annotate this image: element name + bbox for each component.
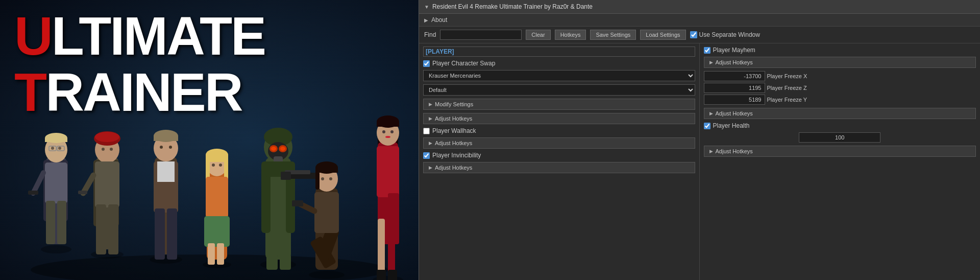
adjust-hotkeys-3-button[interactable]: ▶ Adjust Hotkeys: [423, 162, 695, 173]
adjust-hotkeys-2-button[interactable]: ▶ Adjust Hotkeys: [423, 137, 695, 149]
characters-svg: [0, 14, 419, 280]
adjust-hotkeys-1-button[interactable]: ▶ Adjust Hotkeys: [423, 113, 695, 124]
svg-rect-15: [57, 201, 66, 244]
adjust-hotkeys-4-arrow-icon: ▶: [709, 60, 713, 65]
about-bar[interactable]: ▶ About: [419, 14, 980, 27]
adjust-hotkeys-2-label: Adjust Hotkeys: [435, 140, 472, 146]
freeze-y-input[interactable]: [704, 95, 765, 105]
svg-line-16: [33, 173, 43, 193]
outfit-dropdown-row: Default Outfit 1 Outfit 2: [423, 84, 695, 96]
svg-rect-13: [45, 162, 67, 203]
find-input[interactable]: [440, 30, 522, 40]
trainer-panel: ▼ Resident Evil 4 Remake Ultimate Traine…: [419, 0, 980, 280]
player-wallhack-label: Player Wallhack: [432, 127, 476, 134]
svg-rect-14: [46, 201, 55, 244]
adjust-hotkeys-3-label: Adjust Hotkeys: [435, 165, 472, 171]
svg-point-74: [309, 271, 345, 279]
svg-point-38: [169, 146, 172, 149]
title-bar: ▼ Resident Evil 4 Remake Ultimate Traine…: [419, 0, 980, 14]
svg-point-24: [95, 132, 119, 142]
player-invincibility-checkbox[interactable]: Player Invincibility: [423, 152, 695, 159]
player-health-label: Player Health: [713, 122, 750, 129]
separate-window-checkbox[interactable]: [690, 31, 697, 38]
svg-point-82: [321, 177, 324, 180]
player-char-swap-checkbox[interactable]: Player Character Swap: [423, 60, 695, 67]
freeze-z-input[interactable]: [704, 83, 765, 93]
svg-rect-36: [154, 136, 178, 141]
svg-point-65: [271, 147, 276, 151]
save-settings-button[interactable]: Save Settings: [590, 30, 636, 40]
hotkeys-button[interactable]: Hotkeys: [555, 30, 586, 40]
left-column: [PLAYER] Player Character Swap Krauser M…: [419, 43, 700, 280]
outfit-dropdown[interactable]: Default Outfit 1 Outfit 2: [423, 84, 695, 96]
svg-rect-101: [377, 270, 386, 280]
adjust-hotkeys-1-arrow-icon: ▶: [429, 116, 432, 121]
svg-point-95: [390, 130, 394, 133]
adjust-hotkeys-5-button[interactable]: ▶ Adjust Hotkeys: [704, 108, 976, 119]
player-mayhem-checkbox[interactable]: Player Mayhem: [704, 46, 976, 54]
svg-rect-31: [78, 191, 87, 194]
game-art-panel: ULTIMATE TRAINER: [0, 0, 419, 280]
freeze-y-label: Player Freeze Y: [767, 97, 807, 103]
svg-rect-52: [206, 177, 228, 218]
title-arrow-icon: ▼: [424, 4, 429, 10]
adjust-hotkeys-5-arrow-icon: ▶: [709, 111, 713, 116]
char-dropdown-row: Krauser Mercenaries Leon Ashley Ada Krau…: [423, 70, 695, 81]
freeze-grid: Player Freeze X Player Freeze Z Player F…: [704, 71, 976, 105]
svg-rect-42: [167, 208, 177, 260]
svg-rect-53: [204, 216, 230, 247]
player-wallhack-input[interactable]: [423, 128, 430, 134]
health-value-row: [704, 132, 976, 143]
svg-rect-41: [155, 208, 165, 260]
adjust-hotkeys-1-label: Adjust Hotkeys: [435, 115, 472, 122]
svg-rect-29: [108, 204, 118, 254]
player-char-swap-input[interactable]: [423, 60, 430, 67]
svg-rect-54: [208, 243, 215, 265]
freeze-row-y: Player Freeze Y: [704, 95, 976, 105]
section-header: [PLAYER]: [423, 46, 695, 57]
player-wallhack-checkbox[interactable]: Player Wallhack: [423, 127, 695, 134]
player-health-checkbox[interactable]: Player Health: [704, 122, 976, 129]
svg-point-66: [280, 147, 285, 151]
separate-window-checkbox-wrap[interactable]: Use Separate Window: [690, 31, 760, 38]
adjust-hotkeys-4-button[interactable]: ▶ Adjust Hotkeys: [704, 57, 976, 68]
adjust-hotkeys-6-button[interactable]: ▶ Adjust Hotkeys: [704, 146, 976, 157]
char-dropdown[interactable]: Krauser Mercenaries Leon Ashley Ada Krau…: [423, 70, 695, 81]
title-bar-text: Resident Evil 4 Remake Ultimate Trainer …: [432, 3, 593, 10]
player-mayhem-input[interactable]: [704, 47, 710, 54]
svg-point-18: [91, 250, 124, 259]
svg-rect-72: [266, 254, 278, 270]
health-value-input[interactable]: [799, 132, 880, 143]
svg-rect-28: [96, 204, 106, 254]
adjust-hotkeys-6-label: Adjust Hotkeys: [716, 148, 753, 154]
adjust-hotkeys-6-arrow-icon: ▶: [709, 149, 713, 154]
main-content: [PLAYER] Player Character Swap Krauser M…: [419, 43, 980, 280]
svg-rect-80: [315, 168, 338, 173]
svg-rect-84: [314, 192, 339, 233]
modify-settings-button[interactable]: ▶ Modify Settings: [423, 99, 695, 110]
svg-point-8: [51, 147, 54, 150]
adjust-hotkeys-4-label: Adjust Hotkeys: [716, 59, 753, 65]
svg-point-25: [102, 148, 105, 151]
adjust-hotkeys-2-arrow-icon: ▶: [429, 141, 432, 146]
player-health-input[interactable]: [704, 123, 710, 129]
svg-point-83: [329, 177, 332, 180]
player-invincibility-input[interactable]: [423, 152, 430, 159]
svg-rect-93: [377, 122, 399, 127]
svg-rect-55: [217, 243, 224, 265]
svg-rect-7: [45, 138, 67, 142]
modify-settings-arrow-icon: ▶: [429, 102, 432, 107]
svg-point-51: [219, 164, 222, 167]
about-label: About: [431, 16, 447, 24]
svg-rect-102: [388, 270, 397, 280]
clear-button[interactable]: Clear: [526, 30, 550, 40]
svg-point-32: [150, 255, 182, 264]
svg-rect-73: [280, 254, 291, 270]
load-settings-button[interactable]: Load Settings: [640, 30, 685, 40]
svg-rect-40: [157, 161, 175, 182]
find-bar: Find Clear Hotkeys Save Settings Load Se…: [419, 27, 980, 43]
player-invincibility-label: Player Invincibility: [432, 152, 481, 159]
svg-rect-27: [95, 161, 119, 207]
freeze-x-input[interactable]: [704, 71, 765, 81]
svg-rect-100: [388, 193, 395, 280]
